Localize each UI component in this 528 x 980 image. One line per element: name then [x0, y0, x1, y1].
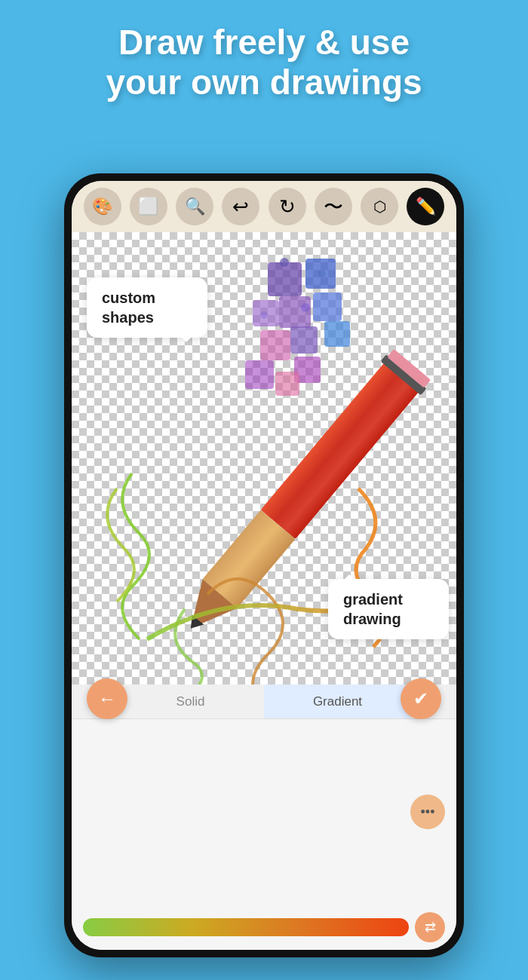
zoom-tool-button[interactable]: 🔍 [176, 188, 213, 225]
check-icon: ✔ [413, 688, 428, 709]
bottom-panel: Solid Gradient 💧 0 ✏️ [72, 684, 456, 950]
solid-tab-label: Solid [177, 694, 205, 709]
undo-tool-button[interactable]: ↩ [222, 188, 259, 225]
phone-inner: 🎨 ⬜ 🔍 ↩ ↻ 〜 ⬡ ✏️ [72, 181, 456, 950]
eraser-icon: ⬡ [373, 198, 386, 216]
back-icon: ← [98, 688, 116, 709]
eraser-tool-button[interactable]: ⬡ [361, 188, 398, 225]
gradient-drawing-callout: gradient drawing [328, 579, 449, 639]
wave-tool-button[interactable]: 〜 [315, 188, 352, 225]
svg-point-17 [280, 258, 289, 267]
svg-rect-8 [279, 296, 311, 328]
shape-icon: ⬜ [138, 197, 158, 216]
toolbar: 🎨 ⬜ 🔍 ↩ ↻ 〜 ⬡ ✏️ [72, 181, 456, 232]
wave-icon: 〜 [324, 194, 343, 220]
app-header: Draw freely & use your own drawings [0, 23, 528, 103]
svg-rect-9 [313, 292, 342, 321]
undo-icon: ↩ [232, 195, 249, 219]
callout-gradient-text: gradient drawing [343, 591, 403, 627]
header-line2: your own drawings [30, 63, 498, 103]
shape-tool-button[interactable]: ⬜ [130, 188, 167, 225]
custom-shapes-callout: custom shapes [87, 277, 207, 338]
color-tool-button[interactable]: 🎨 [84, 188, 121, 225]
solid-tab[interactable]: Solid [117, 684, 264, 718]
svg-rect-16 [275, 372, 299, 396]
svg-rect-11 [290, 326, 318, 354]
pencil-tool-button[interactable]: ✏️ [407, 188, 444, 225]
svg-point-18 [318, 270, 326, 277]
svg-rect-6 [268, 262, 302, 296]
callout-shapes-text: custom shapes [102, 289, 155, 326]
header-line1: Draw freely & use [30, 23, 498, 63]
more-icon: ••• [421, 804, 435, 820]
redo-icon: ↻ [279, 195, 296, 219]
canvas-area[interactable]: custom shapes gradient drawing [72, 232, 456, 684]
svg-point-19 [301, 303, 310, 312]
svg-rect-13 [260, 330, 290, 360]
redo-tool-button[interactable]: ↻ [269, 188, 306, 225]
gradient-tab-label: Gradient [313, 694, 362, 709]
color-icon: 🎨 [92, 197, 112, 216]
color-strip-container: ⇄ [72, 912, 456, 942]
svg-point-20 [260, 311, 268, 319]
phone-frame: 🎨 ⬜ 🔍 ↩ ↻ 〜 ⬡ ✏️ [64, 173, 464, 957]
color-gradient-strip[interactable] [83, 918, 409, 936]
back-button[interactable]: ← [87, 678, 127, 719]
paint-mode-tabs: Solid Gradient [72, 684, 456, 719]
more-button[interactable]: ••• [410, 795, 445, 829]
gradient-tab[interactable]: Gradient [264, 684, 411, 718]
svg-rect-12 [324, 321, 350, 347]
strip-shuffle-button[interactable]: ⇄ [415, 912, 445, 942]
strip-shuffle-icon: ⇄ [425, 919, 436, 936]
svg-rect-15 [245, 360, 274, 389]
pencil-icon: ✏️ [416, 197, 436, 216]
zoom-icon: 🔍 [185, 197, 205, 216]
confirm-button[interactable]: ✔ [401, 678, 441, 719]
